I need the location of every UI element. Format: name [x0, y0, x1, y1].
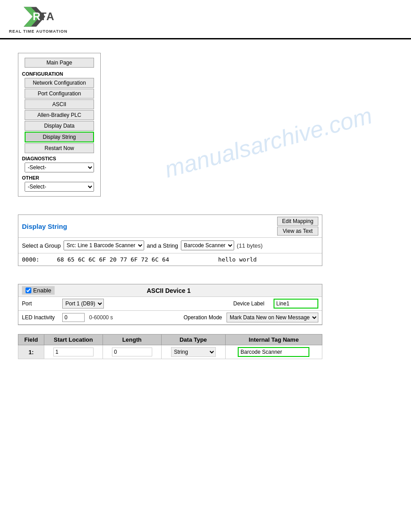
ascii-device-box: Enable ASCII Device 1 Port Port 1 (DB9) … [18, 284, 322, 325]
data-text: hello world [218, 256, 257, 263]
nav-display-string[interactable]: Display String [25, 132, 94, 142]
nav-other-select[interactable]: -Select- [25, 182, 94, 192]
watermark: manualsarchive.com [162, 102, 375, 183]
col-start-location: Start Location [44, 335, 103, 345]
group-select[interactable]: Src: Line 1 Barcode Scanner [64, 240, 144, 250]
ascii-device-title: ASCII Device 1 [59, 287, 278, 294]
nav-diagnostics-label: DIAGNOSTICS [22, 156, 97, 161]
table-row: 1: String [18, 345, 322, 359]
ascii-device-section: Enable ASCII Device 1 Port Port 1 (DB9) … [18, 284, 393, 325]
device-label-label: Device Label [233, 300, 269, 307]
display-string-data: 0000: 68 65 6C 6C 6F 20 77 6F 72 6C 64 h… [18, 253, 322, 266]
port-label: Port [22, 300, 58, 307]
ascii-header-row: Enable ASCII Device 1 [18, 284, 322, 297]
nav-main-page-container: Main Page [22, 58, 97, 68]
view-as-text-button[interactable]: View as Text [277, 227, 318, 236]
nav-network-config[interactable]: Network Configuration [25, 78, 94, 88]
display-string-header: Display String Edit Mapping View as Text [18, 215, 322, 237]
start-location-input[interactable] [53, 348, 94, 356]
tag-name-input[interactable] [238, 347, 309, 357]
svg-text:R: R [33, 10, 40, 22]
led-inactivity-label: LED Inactivity [22, 314, 58, 321]
data-type-select[interactable]: String [171, 347, 216, 357]
nav-ascii[interactable]: ASCII [25, 99, 94, 109]
and-string-label: and a String [147, 242, 178, 249]
length-input[interactable] [112, 348, 152, 356]
select-group-label: Select a Group [22, 242, 61, 249]
row-data-type: String [161, 345, 225, 359]
nav-config-label: CONFIGURATION [22, 71, 97, 77]
ascii-port-row: Port Port 1 (DB9) Device Label [18, 297, 322, 311]
data-hex: 68 65 6C 6C 6F 20 77 6F 72 6C 64 [57, 256, 169, 263]
enable-container: Enable [22, 286, 55, 295]
operation-mode-label: Operation Mode [184, 314, 222, 321]
nav-main-page-button[interactable]: Main Page [25, 58, 94, 68]
logo: R T A REAL TIME AUTOMATION [9, 4, 68, 34]
page-header: R T A REAL TIME AUTOMATION [0, 0, 411, 39]
display-string-title: Display String [22, 223, 67, 230]
enable-checkbox[interactable] [26, 287, 31, 293]
display-string-section: Display String Edit Mapping View as Text… [18, 215, 393, 266]
svg-text:T: T [40, 10, 47, 22]
bytes-label: (11 bytes) [237, 242, 263, 249]
rta-logo-svg: R T A [20, 4, 56, 29]
nav-port-config[interactable]: Port Configuration [25, 89, 94, 99]
enable-label: Enable [33, 287, 51, 294]
port-select[interactable]: Port 1 (DB9) [62, 299, 104, 309]
nav-other-label: OTHER [22, 175, 97, 180]
col-field: Field [18, 335, 44, 345]
row-length [103, 345, 161, 359]
row-num: 1: [18, 345, 44, 359]
col-internal-tag-name: Internal Tag Name [225, 335, 322, 345]
svg-text:A: A [47, 10, 54, 22]
data-address: 0000: [22, 256, 39, 263]
display-string-controls: Select a Group Src: Line 1 Barcode Scann… [18, 237, 322, 253]
display-string-box: Display String Edit Mapping View as Text… [18, 215, 322, 266]
field-table-header-row: Field Start Location Length Data Type In… [18, 335, 322, 345]
col-length: Length [103, 335, 161, 345]
display-string-buttons: Edit Mapping View as Text [277, 217, 318, 236]
field-table-body: 1: String [18, 345, 322, 359]
field-table-head: Field Start Location Length Data Type In… [18, 335, 322, 345]
field-table: Field Start Location Length Data Type In… [18, 334, 322, 359]
row-start-location [44, 345, 103, 359]
device-label-input[interactable] [274, 299, 318, 309]
edit-mapping-button[interactable]: Edit Mapping [277, 217, 318, 226]
field-table-section: Field Start Location Length Data Type In… [18, 334, 393, 359]
row-tag-name [225, 345, 322, 359]
ascii-led-row: LED Inactivity 0-60000 s Operation Mode … [18, 311, 322, 325]
logo-tagline: REAL TIME AUTOMATION [9, 29, 68, 34]
main-content: manualsarchive.com Main Page CONFIGURATI… [0, 39, 411, 373]
led-inactivity-input[interactable] [62, 313, 85, 322]
nav-display-data[interactable]: Display Data [25, 121, 94, 131]
nav-diagnostics-select[interactable]: -Select- [25, 163, 94, 172]
string-select[interactable]: Barcode Scanner [181, 240, 234, 250]
nav-allen-bradley[interactable]: Allen-Bradley PLC [25, 110, 94, 120]
col-data-type: Data Type [161, 335, 225, 345]
operation-mode-select[interactable]: Mark Data New on New Message [227, 313, 318, 322]
led-range: 0-60000 s [89, 314, 113, 321]
nav-panel: Main Page CONFIGURATION Network Configur… [18, 53, 101, 197]
nav-restart-now[interactable]: Restart Now [25, 143, 94, 153]
